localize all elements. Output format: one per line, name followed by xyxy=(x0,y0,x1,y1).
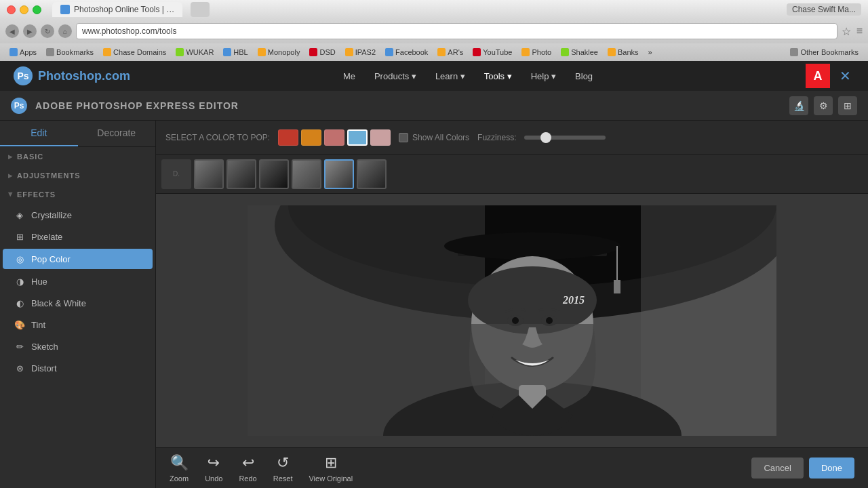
thumbnail-6[interactable] xyxy=(357,159,387,189)
hue-icon: ◑ xyxy=(14,275,26,287)
panel-item-tint[interactable]: 🎨 Tint xyxy=(0,314,155,336)
bookmark-dsd[interactable]: DSD xyxy=(305,47,339,58)
swatch-blue[interactable] xyxy=(347,129,368,146)
sketch-icon: ✏ xyxy=(14,340,26,352)
swatch-orange[interactable] xyxy=(301,129,321,146)
bookmark-wukar[interactable]: WUKAR xyxy=(172,47,218,58)
tint-label: Tint xyxy=(31,320,45,330)
thumbnail-1[interactable] xyxy=(194,159,224,189)
close-dot[interactable] xyxy=(7,5,16,14)
thumbnail-2[interactable] xyxy=(226,159,256,189)
editor-header: Ps ADOBE PHOTOSHOP EXPRESS EDITOR 🔬 ⚙ ⊞ xyxy=(0,91,868,121)
bookmark-other[interactable]: Other Bookmarks xyxy=(786,47,863,58)
view-original-tool[interactable]: ⊞ View Original xyxy=(309,454,353,483)
minimize-dot[interactable] xyxy=(20,5,28,14)
done-button[interactable]: Done xyxy=(809,458,854,479)
photoshop-logo-icon: Ps xyxy=(14,66,33,85)
bookmark-apps[interactable]: Apps xyxy=(5,47,41,58)
canvas-wrapper: 2015 xyxy=(156,194,868,447)
panel-item-pixelate[interactable]: ⊞ Pixelate xyxy=(0,226,155,247)
tab-decorate[interactable]: Decorate xyxy=(78,121,156,146)
editor-close-button[interactable]: ✕ xyxy=(835,66,854,85)
thumbnail-0[interactable]: D. xyxy=(161,159,191,189)
panel-item-pop-color[interactable]: ◎ Pop Color xyxy=(3,249,153,269)
bookmark-photo[interactable]: Photo xyxy=(517,47,555,58)
color-swatches xyxy=(278,129,391,146)
cancel-button[interactable]: Cancel xyxy=(751,458,803,479)
nav-help[interactable]: Help ▾ xyxy=(523,67,564,85)
bookmark-banks[interactable]: Banks xyxy=(604,47,643,58)
star-icon[interactable]: ☆ xyxy=(842,25,851,38)
dsd-icon xyxy=(309,48,317,56)
thumbnail-1-img xyxy=(195,161,222,188)
home-button[interactable]: ⌂ xyxy=(58,24,72,38)
bookmark-facebook[interactable]: Facebook xyxy=(381,47,432,58)
reload-button[interactable]: ↻ xyxy=(41,24,54,38)
fuzziness-track xyxy=(524,136,606,140)
bookmark-shaklee[interactable]: Shaklee xyxy=(557,47,602,58)
forward-button[interactable]: ▶ xyxy=(23,24,37,38)
thumbnail-3[interactable] xyxy=(259,159,289,189)
svg-point-8 xyxy=(444,232,620,260)
tab-edit[interactable]: Edit xyxy=(0,121,78,146)
view-original-label: View Original xyxy=(309,474,353,483)
site-logo-text: Photoshop.com xyxy=(38,69,130,83)
fuzziness-slider[interactable] xyxy=(524,136,606,140)
basic-section-header[interactable]: ▶ BASIC xyxy=(0,147,155,166)
bookmark-chase-domains[interactable]: Chase Domains xyxy=(99,47,170,58)
adjustments-label: ADJUSTMENTS xyxy=(17,171,81,180)
bookmark-banks-label: Banks xyxy=(618,48,639,56)
hbl-icon xyxy=(223,48,231,56)
bookmark-more[interactable]: » xyxy=(644,47,656,58)
shaklee-icon xyxy=(561,48,569,56)
effects-section-header[interactable]: ▶ EFFECTS xyxy=(0,185,155,204)
panel-item-hue[interactable]: ◑ Hue xyxy=(0,270,155,292)
panel-item-crystallize[interactable]: ◈ Crystallize xyxy=(0,204,155,226)
bookmark-ipas2[interactable]: IPAS2 xyxy=(341,47,380,58)
menu-icon[interactable]: ≡ xyxy=(856,25,863,37)
nav-products[interactable]: Products ▾ xyxy=(366,67,425,85)
thumbnail-5[interactable] xyxy=(324,159,354,189)
redo-tool[interactable]: ↩ Redo xyxy=(239,454,256,483)
tint-icon: 🎨 xyxy=(14,319,26,331)
eyedropper-tool-btn[interactable]: 🔬 xyxy=(789,96,808,115)
nav-learn[interactable]: Learn ▾ xyxy=(427,67,473,85)
settings-tool-btn[interactable]: ⚙ xyxy=(814,96,833,115)
swatch-red[interactable] xyxy=(278,129,298,146)
nav-me[interactable]: Me xyxy=(335,67,363,85)
show-all-colors[interactable]: Show All Colors xyxy=(399,133,469,142)
bookmark-youtube[interactable]: YouTube xyxy=(469,47,516,58)
undo-tool[interactable]: ↩ Undo xyxy=(205,454,222,483)
thumbnail-4[interactable] xyxy=(292,159,321,189)
panel-item-sketch[interactable]: ✏ Sketch xyxy=(0,336,155,357)
layout-tool-btn[interactable]: ⊞ xyxy=(838,96,857,115)
panel-item-distort[interactable]: ⊛ Distort xyxy=(0,357,155,379)
show-all-checkbox[interactable] xyxy=(399,133,408,142)
swatch-mauve[interactable] xyxy=(370,129,391,146)
editor-tools: 🔬 ⚙ ⊞ xyxy=(789,96,857,115)
active-tab[interactable]: Photoshop Online Tools | … xyxy=(52,2,182,17)
panel-item-black-white[interactable]: ◐ Black & White xyxy=(0,292,155,314)
thumbnails-bar: D. xyxy=(156,155,868,194)
adjustments-section-header[interactable]: ▶ ADJUSTMENTS xyxy=(0,166,155,185)
nav-blog[interactable]: Blog xyxy=(567,67,601,85)
bookmark-hbl[interactable]: HBL xyxy=(219,47,252,58)
crystallize-icon: ◈ xyxy=(14,209,26,221)
reset-tool[interactable]: ↺ Reset xyxy=(273,454,293,483)
black-white-label: Black & White xyxy=(31,298,86,308)
nav-tools[interactable]: Tools ▾ xyxy=(476,67,520,85)
zoom-tool[interactable]: 🔍 Zoom xyxy=(170,454,189,483)
address-bar[interactable]: www.photoshop.com/tools xyxy=(76,23,837,39)
bookmark-bookmarks[interactable]: Bookmarks xyxy=(42,47,98,58)
thumbnail-2-img xyxy=(228,161,255,188)
back-button[interactable]: ◀ xyxy=(5,24,19,38)
swatch-pink[interactable] xyxy=(324,129,344,146)
new-tab-button[interactable] xyxy=(191,2,210,17)
fuzziness-thumb[interactable] xyxy=(540,132,551,143)
banks-icon xyxy=(608,48,616,56)
maximize-dot[interactable] xyxy=(33,5,41,14)
tab-favicon xyxy=(60,5,70,14)
bookmark-monopoly[interactable]: Monopoly xyxy=(254,47,304,58)
bottom-actions: Cancel Done xyxy=(751,458,854,479)
bookmark-ars[interactable]: AR's xyxy=(433,47,467,58)
